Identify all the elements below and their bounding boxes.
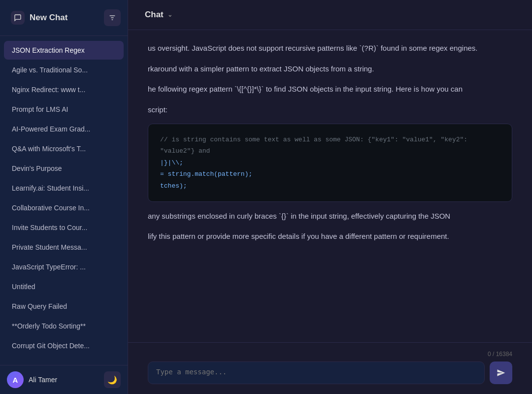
message-1: us oversight. JavaScript does not suppor…: [148, 42, 512, 55]
theme-toggle-button[interactable]: 🌙: [104, 371, 121, 388]
sidebar-header: New Chat: [0, 0, 128, 36]
sidebar-item-agile-vs-traditional[interactable]: Agile vs. Traditional So...: [4, 61, 124, 79]
message-3: he following regex pattern `\{[^{}]*\}` …: [148, 83, 512, 96]
new-chat-label: New Chat: [30, 13, 67, 23]
main-content: Chat ⌄ us oversight. JavaScript does not…: [128, 0, 532, 394]
sidebar-item-learnify-student[interactable]: Learnify.ai: Student Insi...: [4, 179, 124, 197]
sidebar-item-untitled[interactable]: Untitled: [4, 277, 124, 296]
chat-messages: us oversight. JavaScript does not suppor…: [128, 30, 532, 342]
sidebar-list: JSON Extraction RegexAgile vs. Tradition…: [0, 36, 128, 365]
avatar: A: [7, 371, 24, 388]
filter-button[interactable]: [104, 9, 121, 26]
username: Ali Tamer: [29, 376, 57, 384]
sidebar-footer: A Ali Tamer 🌙: [0, 365, 128, 394]
main-header: Chat ⌄: [128, 0, 532, 30]
chat-selector-button[interactable]: Chat ⌄: [140, 7, 177, 23]
chat-input[interactable]: [148, 361, 485, 384]
sidebar-item-prompt-for-lms-ai[interactable]: Prompt for LMS AI: [4, 100, 124, 119]
sidebar-item-raw-query-failed[interactable]: Raw Query Failed: [4, 297, 124, 316]
sidebar-item-corrupt-git-object[interactable]: Corrupt Git Object Dete...: [4, 336, 124, 355]
chat-selector-label: Chat: [145, 10, 164, 20]
message-2: rkaround with a simpler pattern to extra…: [148, 63, 512, 75]
sidebar-item-orderly-todo-sorting[interactable]: **Orderly Todo Sorting**: [4, 317, 124, 335]
filter-icon: [108, 14, 116, 22]
char-count: 0 / 16384: [148, 351, 512, 358]
new-chat-icon: [11, 11, 25, 25]
message-4: script:: [148, 103, 512, 116]
sidebar-item-nginx-redirect[interactable]: Nginx Redirect: www t...: [4, 80, 124, 99]
chevron-down-icon: ⌄: [167, 11, 172, 18]
message-6: lify this pattern or provide more specif…: [148, 230, 512, 243]
send-icon: [497, 368, 505, 377]
new-chat-button[interactable]: New Chat: [7, 8, 71, 28]
message-5: any substrings enclosed in curly braces …: [148, 210, 512, 223]
code-block: // is string contains some text as well …: [148, 124, 512, 202]
input-container: [148, 361, 512, 384]
user-info: A Ali Tamer: [7, 371, 57, 388]
sidebar-item-collaborative-course[interactable]: Collaborative Course In...: [4, 198, 124, 217]
sidebar-item-invite-students[interactable]: Invite Students to Cour...: [4, 218, 124, 237]
sidebar-item-javascript-typeerror[interactable]: JavaScript TypeError: ...: [4, 258, 124, 276]
chat-input-area: 0 / 16384: [128, 342, 532, 394]
moon-icon: 🌙: [107, 375, 117, 385]
sidebar-item-private-student[interactable]: Private Student Messa...: [4, 238, 124, 257]
sidebar: New Chat JSON Extraction RegexAgile vs. …: [0, 0, 128, 394]
sidebar-item-ai-powered-exam[interactable]: AI-Powered Exam Grad...: [4, 120, 124, 138]
sidebar-item-json-extraction-regex[interactable]: JSON Extraction Regex: [4, 41, 124, 60]
sidebar-item-qa-with-microsoft[interactable]: Q&A with Microsoft's T...: [4, 139, 124, 158]
send-button[interactable]: [490, 361, 512, 384]
sidebar-item-devins-purpose[interactable]: Devin's Purpose: [4, 159, 124, 178]
